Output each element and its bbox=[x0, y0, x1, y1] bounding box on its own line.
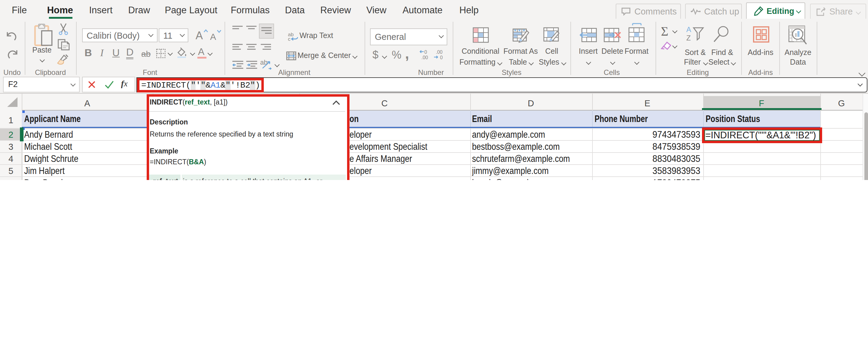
svg-text:c: c bbox=[288, 36, 291, 41]
svg-text:A: A bbox=[686, 25, 691, 33]
svg-text:.00: .00 bbox=[436, 50, 442, 55]
svg-text:0: 0 bbox=[440, 55, 443, 60]
svg-text:0: 0 bbox=[424, 50, 427, 55]
svg-text:Z: Z bbox=[686, 33, 690, 42]
svg-text:.00: .00 bbox=[421, 55, 428, 60]
